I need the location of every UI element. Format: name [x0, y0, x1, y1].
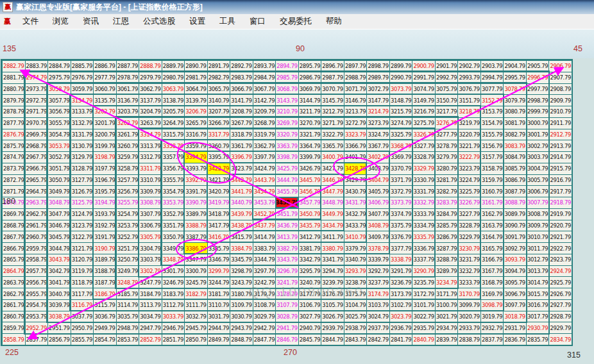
grid-cell[interactable]: 3219.79	[458, 118, 480, 129]
grid-cell[interactable]: 3217.79	[436, 106, 458, 117]
grid-cell[interactable]: 3345.79	[230, 254, 253, 265]
grid-cell[interactable]: 3167.79	[481, 266, 504, 277]
grid-cell[interactable]: 3042.79	[48, 266, 71, 277]
grid-cell[interactable]: 3245.79	[185, 277, 207, 288]
grid-cell[interactable]: 3419.79	[208, 197, 230, 208]
grid-cell[interactable]: 3164.79	[481, 231, 504, 242]
grid-cell[interactable]: 3235.79	[412, 277, 435, 288]
grid-cell[interactable]: 3387.79	[185, 231, 207, 242]
grid-cell[interactable]: 2938.79	[344, 322, 367, 333]
grid-cell[interactable]: 2933.79	[458, 322, 480, 333]
grid-cell[interactable]: 3310.79	[139, 175, 162, 186]
grid-cell[interactable]: 3373.79	[390, 197, 412, 208]
grid-cell[interactable]: 2918.79	[549, 197, 572, 208]
grid-cell[interactable]: 2962.79	[26, 209, 48, 220]
grid-cell[interactable]: 3435.79	[299, 220, 321, 231]
grid-cell[interactable]: 2996.79	[527, 72, 549, 83]
grid-cell[interactable]: 2834.79	[549, 334, 572, 345]
grid-cell[interactable]: 2898.79	[367, 61, 389, 72]
grid-cell[interactable]: 3041.79	[48, 277, 71, 288]
grid-cell[interactable]: 3316.79	[185, 129, 207, 140]
grid-cell[interactable]: 3169.79	[481, 288, 504, 299]
grid-cell[interactable]: 3176.79	[321, 288, 344, 299]
grid-cell[interactable]: 2979.79	[139, 72, 162, 83]
grid-cell[interactable]: 3025.79	[344, 311, 367, 322]
grid-cell[interactable]: 3011.79	[527, 243, 549, 254]
grid-cell[interactable]: 3082.79	[504, 129, 526, 140]
grid-cell[interactable]: 2866.79	[3, 243, 25, 254]
grid-cell[interactable]: 3060.79	[94, 84, 116, 95]
grid-cell[interactable]: 2882.79	[3, 61, 25, 72]
grid-cell[interactable]: 3161.79	[481, 197, 504, 208]
grid-cell[interactable]: 3455.79	[276, 186, 298, 197]
grid-cell[interactable]: 3051.79	[48, 163, 71, 174]
grid-cell[interactable]: 3369.79	[390, 152, 412, 163]
grid-cell[interactable]: 2992.79	[436, 72, 458, 83]
grid-cell[interactable]: 2879.79	[3, 95, 25, 106]
grid-cell[interactable]: 3360.79	[208, 140, 230, 151]
grid-cell[interactable]: 3284.79	[436, 209, 458, 220]
grid-cell[interactable]: 3268.79	[253, 118, 276, 129]
grid-cell[interactable]: 2932.79	[481, 322, 504, 333]
grid-cell[interactable]: 3306.79	[139, 220, 162, 231]
grid-cell[interactable]: 3186.79	[94, 288, 116, 299]
grid-cell[interactable]: 3368.79	[390, 140, 412, 151]
grid-cell[interactable]: 2845.79	[299, 334, 321, 345]
grid-cell[interactable]: 3004.79	[527, 163, 549, 174]
grid-cell[interactable]: 2983.79	[230, 72, 253, 83]
grid-cell[interactable]: 3049.79	[48, 186, 71, 197]
grid-cell[interactable]: 3040.79	[48, 288, 71, 299]
grid-cell[interactable]: 3109.79	[230, 300, 253, 311]
grid-cell[interactable]: 2960.79	[26, 231, 48, 242]
grid-cell[interactable]: 3113.79	[139, 300, 162, 311]
grid-cell[interactable]: 3157.79	[481, 152, 504, 163]
grid-cell[interactable]: 2916.79	[549, 175, 572, 186]
grid-cell[interactable]: 2968.79	[26, 140, 48, 151]
grid-cell[interactable]: 2889.79	[162, 61, 185, 72]
grid-cell[interactable]: 3335.79	[412, 231, 435, 242]
grid-cell[interactable]: 3247.79	[139, 277, 162, 288]
grid-cell[interactable]: 2939.79	[321, 322, 344, 333]
grid-cell[interactable]: 3395.79	[208, 152, 230, 163]
grid-cell[interactable]: 3421.79	[208, 175, 230, 186]
grid-cell[interactable]: 3338.79	[390, 254, 412, 265]
grid-cell[interactable]: 2906.79	[549, 61, 572, 72]
grid-cell[interactable]: 3273.79	[367, 118, 389, 129]
grid-cell[interactable]: 3018.79	[504, 311, 526, 322]
grid-cell[interactable]: 3059.79	[71, 84, 94, 95]
grid-cell[interactable]: 3229.79	[458, 231, 480, 242]
grid-cell[interactable]: 3441.79	[230, 186, 253, 197]
grid-cell[interactable]: 3181.79	[208, 288, 230, 299]
grid-cell[interactable]: 3402.79	[367, 152, 389, 163]
grid-cell[interactable]: 2895.79	[299, 61, 321, 72]
grid-cell[interactable]: 2877.79	[3, 118, 25, 129]
grid-cell[interactable]: 3417.79	[208, 220, 230, 231]
grid-cell[interactable]: 3177.79	[299, 288, 321, 299]
grid-cell[interactable]: 3285.79	[436, 220, 458, 231]
grid-cell[interactable]: 3166.79	[481, 254, 504, 265]
grid-cell[interactable]: 3151.79	[458, 95, 480, 106]
grid-cell[interactable]: 3078.79	[504, 84, 526, 95]
grid-cell[interactable]: 2919.79	[549, 209, 572, 220]
grid-cell[interactable]: 3230.79	[458, 243, 480, 254]
grid-cell[interactable]: 3325.79	[390, 129, 412, 140]
grid-cell[interactable]: 3158.79	[481, 163, 504, 174]
grid-cell[interactable]: 3363.79	[276, 140, 298, 151]
grid-cell[interactable]: 3430.79	[344, 186, 367, 197]
grid-cell[interactable]: 3206.79	[185, 106, 207, 117]
grid-cell[interactable]: 3085.79	[504, 163, 526, 174]
grid-cell[interactable]: 3278.79	[436, 140, 458, 151]
grid-cell[interactable]: 3364.79	[299, 140, 321, 151]
grid-cell[interactable]: 3099.79	[458, 300, 480, 311]
grid-cell[interactable]: 2944.79	[208, 322, 230, 333]
grid-cell[interactable]: 3073.79	[390, 84, 412, 95]
grid-cell[interactable]: 3332.79	[412, 197, 435, 208]
grid-cell[interactable]: 3346.79	[208, 254, 230, 265]
grid-cell[interactable]: 3046.79	[48, 220, 71, 231]
grid-cell[interactable]: 3405.79	[367, 186, 389, 197]
child-window-icon[interactable]: 赢	[3, 17, 12, 26]
grid-cell[interactable]: 3307.79	[139, 209, 162, 220]
grid-cell[interactable]: 3080.79	[504, 106, 526, 117]
grid-cell[interactable]: 3126.79	[71, 186, 94, 197]
grid-cell[interactable]: 3333.79	[412, 209, 435, 220]
